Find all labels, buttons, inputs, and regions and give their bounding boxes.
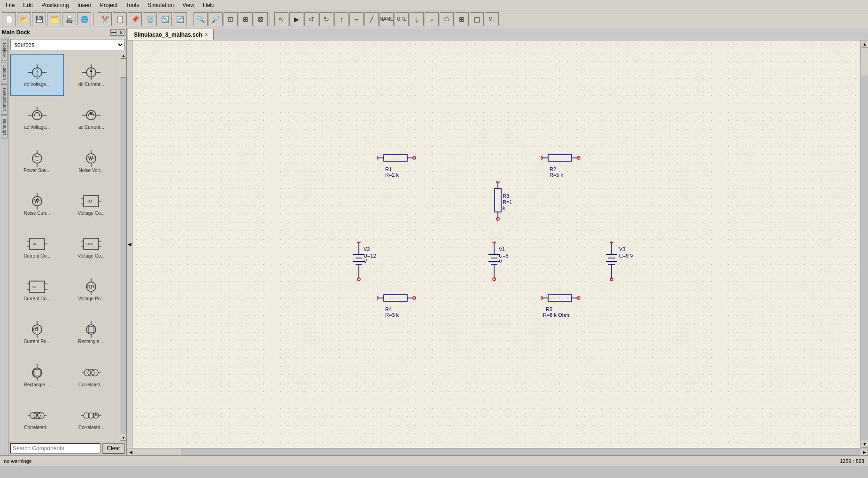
tb-paste[interactable]: 📌 xyxy=(128,12,142,26)
comp-voltage-pulse[interactable]: Voltage Pu... xyxy=(65,268,118,310)
menu-tools[interactable]: Tools xyxy=(122,1,143,9)
svg-text:+: + xyxy=(36,68,38,71)
tb-rotate-r[interactable]: ↻ xyxy=(319,12,333,26)
panel-header: Main Dock — × xyxy=(0,28,126,37)
vtab-content[interactable]: Content xyxy=(1,62,8,84)
menu-simulation[interactable]: Simulation xyxy=(144,1,178,9)
search-input[interactable] xyxy=(10,443,101,454)
vtab-projects[interactable]: Projects xyxy=(1,39,8,61)
tb-zoom-out[interactable]: 🔎 xyxy=(209,12,223,26)
comp-grid-scrollbar[interactable]: ▲ ▼ xyxy=(120,52,126,441)
tb-net-value[interactable]: URL xyxy=(395,12,409,26)
menu-help[interactable]: Help xyxy=(199,1,218,9)
comp-dc-voltage[interactable]: + dc Voltage... xyxy=(10,54,64,96)
tb-print[interactable]: 🖨️ xyxy=(62,12,76,26)
tab-simulacao[interactable]: Simulacao_3_malhas.sch × xyxy=(128,29,214,40)
canvas-area[interactable]: R1 R=2 k R2 R=5 k xyxy=(132,40,860,448)
menu-file[interactable]: File xyxy=(2,1,18,9)
clear-button[interactable]: Clear xyxy=(102,443,124,454)
tb-cut[interactable]: ✂️ xyxy=(98,12,112,26)
tab-close-btn[interactable]: × xyxy=(205,32,208,37)
comp-rectangle1[interactable]: Rectangle ... xyxy=(65,311,118,353)
comp-current-controlled1[interactable]: ×I Current Co... xyxy=(10,226,64,267)
tb-open[interactable]: 📂 xyxy=(17,12,31,26)
tb-simulate[interactable]: ▶ xyxy=(289,12,303,26)
tb-gnd[interactable]: ⏚ xyxy=(410,12,424,26)
menu-project[interactable]: Project xyxy=(96,1,121,9)
scroll-thumb[interactable] xyxy=(120,59,126,78)
component-V1[interactable]: V1 U=6 V xyxy=(485,242,508,290)
V2-label: V2 xyxy=(364,246,370,252)
tb-zoom-sel[interactable]: ⊞ xyxy=(239,12,253,26)
vtab-components[interactable]: Components xyxy=(1,84,8,115)
comp-current-pulse[interactable]: Current Pu... xyxy=(10,311,64,353)
component-R4[interactable]: R4 R=3 k xyxy=(377,289,419,313)
component-V2[interactable]: V2 U=12 V xyxy=(349,242,373,290)
vtab-libraries[interactable]: Libraries xyxy=(1,116,8,139)
comp-rectangle2[interactable]: Rectangle ... xyxy=(10,354,64,396)
comp-correlated1[interactable]: Correlated... xyxy=(65,354,118,396)
component-R2[interactable]: R2 R=5 k xyxy=(541,149,583,173)
voltage-pulse-icon xyxy=(80,277,102,296)
hscroll-right-btn[interactable]: ▶ xyxy=(860,448,868,456)
vscroll-thumb[interactable] xyxy=(861,48,868,76)
tb-net-name[interactable]: NAME xyxy=(380,12,394,26)
comp-voltage-controlled2[interactable]: U×U Voltage Co... xyxy=(65,226,118,267)
tb-undo[interactable]: ↪️ xyxy=(173,12,187,26)
comp-dc-current[interactable]: dc Current... xyxy=(65,54,118,96)
scroll-up-btn[interactable]: ▲ xyxy=(120,52,126,59)
comp-noise-current[interactable]: Noise Curr... xyxy=(10,183,64,225)
category-dropdown[interactable]: sources passives semiconductors logic an… xyxy=(10,39,124,50)
tb-note[interactable]: M↓ xyxy=(485,12,499,26)
canvas-wrapper: Simulacao_3_malhas.sch × ◀ xyxy=(127,28,868,455)
comp-voltage-controlled1[interactable]: ×U Voltage Co... xyxy=(65,183,118,225)
tb-component[interactable]: ⊞ xyxy=(455,12,469,26)
menu-edit[interactable]: Edit xyxy=(19,1,37,9)
tb-zoom-full[interactable]: ⊠ xyxy=(254,12,268,26)
component-R3[interactable]: R3 R=1 k xyxy=(488,181,512,230)
comp-current-controlled2[interactable]: I×I Current Co... xyxy=(10,268,64,310)
panel-minimize[interactable]: — xyxy=(110,29,117,36)
scroll-down-btn[interactable]: ▼ xyxy=(120,434,126,441)
tb-select[interactable]: ↖ xyxy=(274,12,288,26)
vscroll-down-btn[interactable]: ▼ xyxy=(861,440,868,448)
comp-correlated3[interactable]: Correlated... xyxy=(65,397,118,439)
tb-vcc[interactable]: ⬦ xyxy=(425,12,439,26)
menu-view[interactable]: View xyxy=(178,1,198,9)
tb-rotate-l[interactable]: ↺ xyxy=(304,12,318,26)
tb-redo[interactable]: ↩️ xyxy=(158,12,172,26)
menu-insert[interactable]: Insert xyxy=(74,1,95,9)
tb-saveall[interactable]: 🗂️ xyxy=(47,12,61,26)
hscroll-left-btn[interactable]: ◀ xyxy=(127,448,134,456)
tb-mirror-x[interactable]: ↕ xyxy=(334,12,349,26)
tb-delete[interactable]: 🗑️ xyxy=(143,12,157,26)
svg-point-75 xyxy=(30,412,37,419)
tb-subcircuit[interactable]: ◫ xyxy=(470,12,484,26)
comp-power-source[interactable]: + Power Sou... xyxy=(10,140,64,181)
tb-copy[interactable]: 📋 xyxy=(113,12,127,26)
tb-wire[interactable]: ╱ xyxy=(364,12,379,26)
tb-web[interactable]: 🌐 xyxy=(77,12,91,26)
canvas-vscrollbar[interactable]: ▲ ▼ xyxy=(860,40,868,448)
tb-mirror-y[interactable]: ↔ xyxy=(349,12,364,26)
menu-positioning[interactable]: Positioning xyxy=(38,1,73,9)
comp-ac-voltage[interactable]: ac Voltage... xyxy=(10,97,64,139)
tb-port[interactable]: ⬭ xyxy=(440,12,454,26)
tb-new[interactable]: 📄 xyxy=(2,12,16,26)
comp-ac-current[interactable]: ac Current... xyxy=(65,97,118,139)
svg-marker-31 xyxy=(36,198,39,200)
canvas-hscrollbar[interactable]: ◀ ▶ xyxy=(127,448,868,455)
component-R1[interactable]: R1 R=2 k xyxy=(377,149,419,173)
svg-point-70 xyxy=(84,369,91,376)
tb-zoom-fit[interactable]: ⊡ xyxy=(224,12,238,26)
component-V3[interactable]: V3 U=9 V xyxy=(602,242,640,290)
comp-correlated2[interactable]: Correlated... xyxy=(10,397,64,439)
panel-collapse-handle[interactable]: ◀ xyxy=(127,40,132,448)
tb-zoom-in[interactable]: 🔍 xyxy=(194,12,208,26)
tb-save[interactable]: 💾 xyxy=(32,12,46,26)
panel-close[interactable]: × xyxy=(118,29,124,36)
vscroll-up-btn[interactable]: ▲ xyxy=(861,40,868,48)
hscroll-thumb[interactable] xyxy=(134,448,181,456)
comp-noise-voltage[interactable]: Noise Volt... xyxy=(65,140,118,181)
component-R5[interactable]: R5 R=8 k Ohm xyxy=(541,289,588,313)
